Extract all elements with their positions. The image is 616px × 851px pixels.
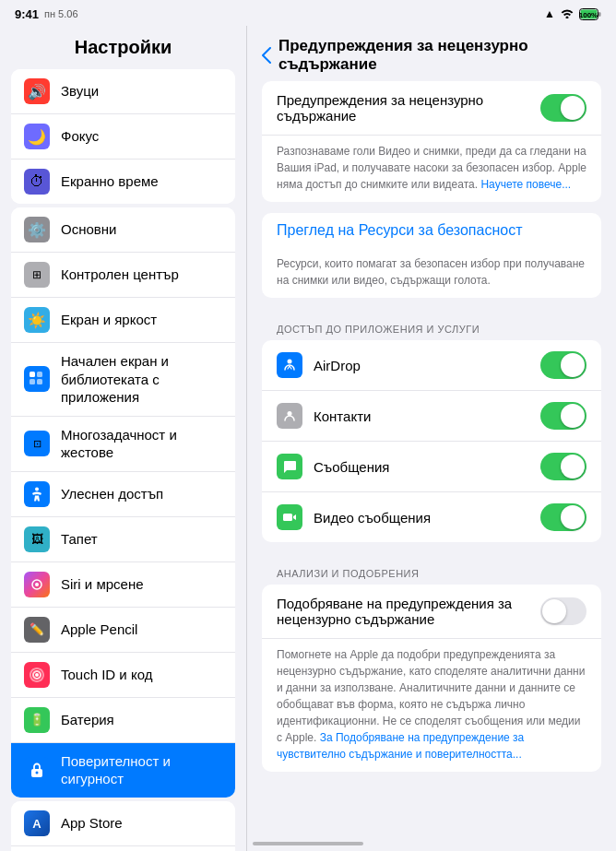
- main-toggle[interactable]: [540, 94, 586, 122]
- airdrop-row[interactable]: AirDrop: [262, 340, 601, 391]
- sidebar-item-touchid[interactable]: Touch ID и код: [11, 653, 235, 698]
- sidebar-item-multitask[interactable]: ⊡ Многозадачност и жестове: [11, 417, 235, 472]
- sidebar-item-label: Фокус: [61, 127, 99, 146]
- facetime-toggle[interactable]: [540, 503, 586, 531]
- toggle-knob: [561, 96, 585, 120]
- sidebar-item-homescreen[interactable]: Начален екран и библиотеката с приложени…: [11, 343, 235, 417]
- homescreen-icon: [24, 366, 50, 392]
- sidebar-item-label: App Store: [61, 814, 123, 833]
- sidebar-item-label: Основни: [61, 220, 116, 239]
- resources-section: Преглед на Ресурси за безопасност Ресурс…: [262, 213, 601, 298]
- multitask-icon: ⊡: [24, 431, 50, 456]
- sidebar-group-2: ⚙️ Основни ⊞ Контролен център ☀️ Екран и…: [11, 207, 235, 798]
- svg-text:100%: 100%: [579, 11, 598, 19]
- main-toggle-label: Предупреждения за нецензурно съдържание: [277, 92, 540, 124]
- facetime-icon: [277, 504, 302, 530]
- main-toggle-section: Предупреждения за нецензурно съдържание …: [262, 81, 601, 202]
- status-icons: ▲ 100%: [544, 7, 601, 21]
- back-button[interactable]: [262, 47, 271, 64]
- sidebar-item-label: Тапет: [61, 530, 98, 549]
- facetime-row[interactable]: Видео съобщения: [262, 492, 601, 542]
- sidebar-title: Настройки: [0, 26, 246, 65]
- svg-point-8: [35, 487, 39, 491]
- svg-rect-2: [598, 12, 601, 17]
- improve-row[interactable]: Подобряване на предупреждения за нецензу…: [262, 585, 601, 639]
- learn-more-link[interactable]: Научете повече...: [480, 178, 571, 191]
- fingerprint-icon: [24, 662, 50, 688]
- svg-rect-4: [30, 372, 35, 377]
- sidebar-item-label: Екран и яркост: [61, 311, 157, 329]
- contacts-row[interactable]: Контакти: [262, 391, 601, 442]
- sidebar-item-label: Екранно време: [61, 172, 159, 191]
- access-section: AirDrop Контакти: [262, 340, 601, 542]
- status-time: 9:41: [15, 7, 39, 21]
- speaker-icon: 🔊: [24, 78, 50, 104]
- analytics-section: Подобряване на предупреждения за нецензу…: [262, 585, 601, 772]
- battery-icon: 100%: [579, 8, 601, 20]
- resources-link[interactable]: Преглед на Ресурси за безопасност: [277, 222, 522, 238]
- pencil-icon: ✏️: [24, 617, 50, 643]
- sidebar-item-battery[interactable]: 🔋 Батерия: [11, 698, 235, 743]
- contacts-access-icon: [277, 403, 302, 429]
- sidebar-item-label: Начален екран и библиотеката с приложени…: [61, 352, 222, 407]
- sidebar-item-screentime[interactable]: ⏱ Екранно време: [11, 160, 235, 204]
- sidebar-list: 🔊 Звуци 🌙 Фокус ⏱ Екранно време ⚙️ Основ…: [0, 65, 246, 851]
- sidebar-item-privacy[interactable]: Поверителност и сигурност: [11, 743, 235, 798]
- sidebar-item-label: Siri и мрсене: [61, 575, 144, 594]
- sidebar-item-focus[interactable]: 🌙 Фокус: [11, 114, 235, 160]
- airdrop-icon: [277, 352, 302, 378]
- messages-toggle[interactable]: [540, 453, 586, 480]
- sidebar-item-screen[interactable]: ☀️ Екран и яркост: [11, 298, 235, 343]
- sidebar-item-siri[interactable]: Siri и мрсене: [11, 562, 235, 608]
- messages-icon: [277, 454, 302, 479]
- svg-rect-7: [37, 379, 42, 384]
- svg-point-15: [288, 360, 292, 364]
- resources-link-row[interactable]: Преглед на Ресурси за безопасност: [262, 213, 601, 248]
- sidebar-item-control[interactable]: ⊞ Контролен център: [11, 253, 235, 298]
- wallpaper-icon: 🖼: [24, 526, 50, 552]
- airdrop-toggle[interactable]: [540, 351, 586, 379]
- toggle-knob: [561, 404, 585, 428]
- sidebar-item-wallet[interactable]: 💳 Портфейл: [11, 846, 235, 852]
- improve-description: Помогнете на Apple да подобри предупрежд…: [262, 639, 601, 772]
- improve-label: Подобряване на предупреждения за нецензу…: [277, 596, 540, 627]
- timer-icon: ⏱: [24, 169, 50, 195]
- sidebar-item-zvuci[interactable]: 🔊 Звуци: [11, 69, 235, 114]
- main-description: Разпознаваме голи Видео и снимки, преди …: [262, 136, 601, 202]
- sidebar-item-pencil[interactable]: ✏️ Apple Pencil: [11, 608, 235, 653]
- sidebar-item-label: Многозадачност и жестове: [61, 426, 222, 462]
- home-indicator: [253, 842, 363, 845]
- facetime-label: Видео съобщения: [314, 510, 540, 526]
- svg-point-13: [36, 772, 39, 774]
- signal-icon: ▲: [544, 7, 555, 20]
- resources-description: Ресурси, които помагат за безопасен избо…: [262, 248, 601, 298]
- improve-toggle[interactable]: [540, 597, 586, 625]
- messages-row[interactable]: Съобщения: [262, 442, 601, 492]
- sidebar-item-label: Контролен център: [61, 266, 179, 284]
- sidebar-item-accessibility[interactable]: Улеснен достъп: [11, 472, 235, 517]
- toggle-knob: [561, 353, 585, 377]
- sidebar-item-label: Батерия: [61, 711, 114, 729]
- analytics-section-header: АНАЛИЗИ И ПОДОБРЕНИЯ: [262, 553, 601, 585]
- svg-rect-6: [30, 379, 35, 384]
- control-center-icon: ⊞: [24, 262, 50, 288]
- sidebar-group-3: A App Store 💳 Портфейл: [11, 801, 235, 852]
- privacy-icon: [24, 757, 50, 783]
- detail-header: Предупреждения за нецензурно съдържание: [247, 26, 616, 81]
- sidebar-group-1: 🔊 Звуци 🌙 Фокус ⏱ Екранно време: [11, 69, 235, 204]
- gear-icon: ⚙️: [24, 217, 50, 242]
- svg-rect-5: [37, 372, 42, 377]
- brightness-icon: ☀️: [24, 307, 50, 333]
- contacts-toggle[interactable]: [540, 402, 586, 430]
- toggle-knob: [561, 505, 585, 529]
- appstore-icon: A: [24, 810, 50, 836]
- main-toggle-row[interactable]: Предупреждения за нецензурно съдържание: [262, 81, 601, 136]
- sidebar-item-appstore[interactable]: A App Store: [11, 801, 235, 846]
- svg-point-11: [35, 673, 39, 677]
- wifi-icon: [560, 7, 575, 21]
- detail-content: Предупреждения за нецензурно съдържание …: [247, 81, 616, 851]
- toggle-knob: [561, 455, 585, 479]
- sidebar-item-label: Touch ID и код: [61, 666, 152, 684]
- sidebar-item-osnovni[interactable]: ⚙️ Основни: [11, 207, 235, 253]
- sidebar-item-wallpaper[interactable]: 🖼 Тапет: [11, 517, 235, 562]
